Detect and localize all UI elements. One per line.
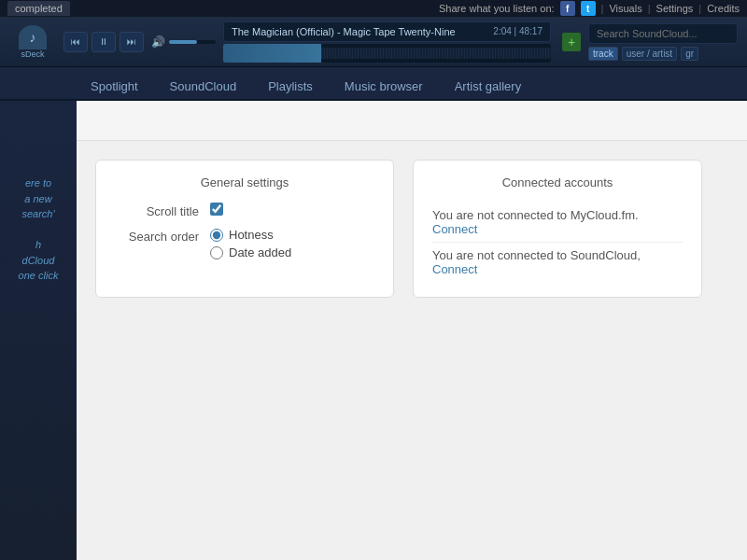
twitter-icon[interactable]: t	[581, 1, 596, 16]
player-bar: ♪ sDeck ⏮ ⏸ ⏭ 🔊 The Magician (Official) …	[0, 17, 747, 67]
track-time: 2:04 | 48:17	[493, 26, 543, 36]
sep3: |	[698, 3, 701, 14]
completed-tab[interactable]: completed	[7, 1, 70, 16]
add-button[interactable]: +	[562, 33, 581, 51]
scroll-title-checkbox[interactable]	[210, 203, 223, 216]
mycloud-row: You are not connected to MyCloud.fm. Con…	[432, 203, 683, 243]
logo: ♪ sDeck	[9, 19, 56, 65]
tab-artist-gallery[interactable]: Artist gallery	[439, 73, 538, 99]
settings-title: Settings	[0, 101, 747, 141]
track-name: The Magician (Official) - Magic Tape Twe…	[232, 26, 456, 37]
scroll-title-label: Scroll title	[115, 203, 199, 218]
settings-body: General settings Scroll title Search ord…	[77, 141, 747, 316]
volume-fill	[169, 40, 197, 44]
share-label: Share what you listen on:	[439, 3, 555, 14]
nav-tabs: Spotlight SoundCloud Playlists Music bro…	[0, 67, 747, 101]
prev-button[interactable]: ⏮	[63, 32, 88, 52]
mycloud-text: You are not connected to MyCloud.fm.	[432, 208, 639, 222]
soundcloud-row: You are not connected to SoundCloud, Con…	[432, 243, 683, 282]
date-added-radio[interactable]	[210, 246, 223, 259]
soundcloud-connect-link[interactable]: Connect	[432, 262, 477, 276]
date-added-option[interactable]: Date added	[210, 245, 291, 259]
volume-icon: 🔊	[151, 35, 165, 49]
volume-bar[interactable]	[169, 40, 216, 44]
sep1: |	[601, 3, 604, 14]
filter-gr-button[interactable]: gr	[681, 47, 698, 61]
track-title-bar: The Magician (Official) - Magic Tape Twe…	[223, 21, 551, 42]
mycloud-connect-link[interactable]: Connect	[432, 222, 477, 236]
hotness-option[interactable]: Hotness	[210, 228, 291, 242]
waveform-bar[interactable]	[223, 44, 551, 63]
search-order-label: Search order	[115, 228, 199, 244]
logo-icon: ♪	[19, 25, 47, 49]
search-area: track user / artist gr	[588, 23, 738, 61]
search-order-row: Search order Hotness Date added	[115, 228, 374, 259]
pause-button[interactable]: ⏸	[92, 32, 116, 52]
connected-accounts-title: Connected accounts	[432, 175, 683, 189]
sep2: |	[648, 3, 651, 14]
logo-text: sDeck	[21, 49, 44, 59]
waveform-fill	[223, 44, 321, 63]
settings-link[interactable]: Settings	[656, 3, 694, 14]
tab-soundcloud[interactable]: SoundCloud	[154, 73, 253, 99]
date-added-label: Date added	[229, 245, 291, 259]
player-controls: ⏮ ⏸ ⏭	[63, 32, 144, 52]
scroll-title-row: Scroll title	[115, 203, 374, 218]
credits-link[interactable]: Credits	[707, 3, 740, 14]
tab-spotlight[interactable]: Spotlight	[75, 73, 154, 99]
tab-playlists[interactable]: Playlists	[252, 73, 329, 99]
sidebar-text: ere toa newsearch'hdCloudone click	[19, 175, 59, 284]
top-bar: completed Share what you listen on: f t …	[0, 0, 747, 17]
volume-area: 🔊	[151, 35, 216, 49]
track-area: The Magician (Official) - Magic Tape Twe…	[223, 21, 551, 63]
general-settings-title: General settings	[115, 175, 374, 189]
visuals-link[interactable]: Visuals	[609, 3, 641, 14]
filter-track-button[interactable]: track	[588, 47, 618, 61]
connected-accounts-section: Connected accounts You are not connected…	[413, 160, 702, 298]
hotness-label: Hotness	[229, 228, 274, 242]
search-order-control: Hotness Date added	[210, 228, 291, 259]
search-filters: track user / artist gr	[588, 47, 738, 61]
facebook-icon[interactable]: f	[560, 1, 575, 16]
filter-user-button[interactable]: user / artist	[622, 47, 677, 61]
sidebar: ere toa newsearch'hdCloudone click	[0, 101, 77, 560]
waveform-rest	[321, 48, 551, 59]
soundcloud-text: You are not connected to SoundCloud,	[432, 248, 641, 262]
tab-music-browser[interactable]: Music browser	[329, 73, 439, 99]
scroll-title-control	[210, 203, 223, 216]
share-area: Share what you listen on: f t | Visuals …	[439, 1, 740, 16]
next-button[interactable]: ⏭	[120, 32, 144, 52]
general-settings-section: General settings Scroll title Search ord…	[95, 160, 394, 298]
search-input[interactable]	[588, 23, 738, 44]
main-content: Settings General settings Scroll title S…	[0, 101, 747, 560]
hotness-radio[interactable]	[210, 229, 223, 242]
